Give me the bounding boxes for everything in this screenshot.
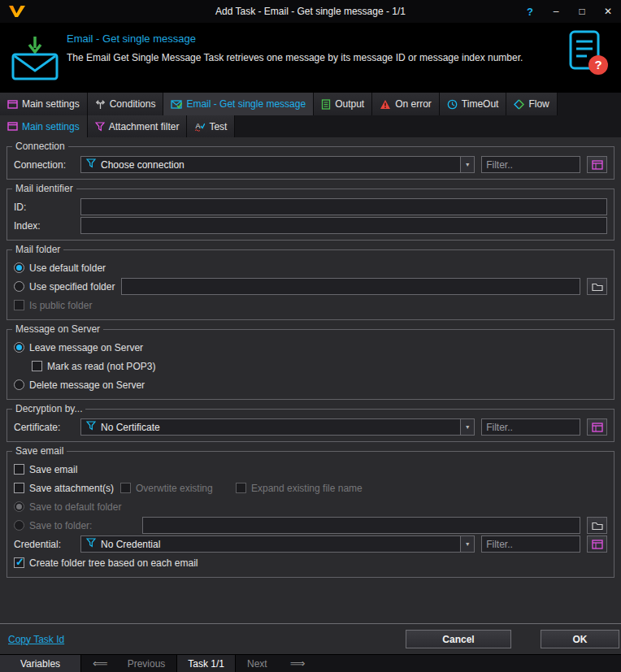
group-title: Decryption by...: [12, 403, 85, 414]
copy-task-id-link[interactable]: Copy Task Id: [8, 634, 64, 645]
group-decryption: Decryption by... Certificate: No Certifi…: [7, 409, 614, 442]
id-row: ID:: [14, 198, 607, 215]
tab-on-error[interactable]: On error: [372, 93, 440, 115]
browse-save-folder-button[interactable]: [587, 517, 607, 534]
subtab-test[interactable]: A Test: [187, 115, 235, 137]
next-arrow-icon[interactable]: ⟹: [282, 655, 314, 672]
credential-dropdown[interactable]: No Credential ▼: [80, 535, 475, 553]
tab-label: Attachment filter: [109, 121, 180, 132]
task-header: Email - Get single message The Email Get…: [0, 23, 621, 93]
task-page-tab[interactable]: Task 1/1: [176, 655, 236, 672]
overwrite-existing-checkbox: [120, 483, 131, 493]
tab-timeout[interactable]: TimeOut: [440, 93, 507, 115]
minimize-button[interactable]: –: [543, 0, 569, 23]
maximize-button[interactable]: □: [569, 0, 595, 23]
tab-bar-filler: [558, 93, 621, 115]
index-input[interactable]: [80, 217, 607, 234]
create-folder-tree-checkbox[interactable]: [14, 557, 24, 568]
svg-text:A: A: [196, 122, 201, 130]
expand-existing-label: Expand existing file name: [251, 483, 363, 494]
funnel-cyan-icon: [86, 421, 96, 433]
id-input[interactable]: [80, 198, 607, 215]
connection-filter-input[interactable]: [481, 156, 580, 173]
group-title: Mail folder: [12, 244, 63, 255]
clock-icon: [447, 99, 458, 110]
expand-existing-checkbox: [236, 483, 246, 493]
save-to-folder-option: Save to folder:: [14, 520, 142, 531]
group-title: Connection: [12, 141, 68, 152]
save-email-checkbox[interactable]: [14, 464, 24, 475]
credential-label: Credential:: [14, 539, 80, 550]
window-controls: ? – □ ✕: [517, 0, 621, 23]
tab-main-settings[interactable]: Main settings: [0, 93, 88, 115]
next-button[interactable]: Next: [236, 655, 279, 672]
use-specified-folder-option: Use specified folder: [14, 281, 121, 293]
dialog-footer: Copy Task Id Cancel OK: [0, 623, 621, 654]
certificate-row: Certificate: No Certificate ▼: [14, 418, 607, 436]
previous-arrow-icon[interactable]: ⟸: [85, 655, 116, 672]
tab-label: Flow: [528, 98, 549, 110]
previous-button[interactable]: Previous: [116, 655, 177, 672]
delete-message-radio[interactable]: [14, 379, 24, 390]
group-message-on-server: Message on Server Leave message on Serve…: [7, 329, 614, 400]
save-attachments-option: Save attachment(s): [14, 483, 120, 494]
manage-connections-button[interactable]: [587, 156, 607, 173]
spellcheck-test-icon: A: [194, 121, 205, 132]
flow-diamond-icon: [514, 99, 524, 110]
save-attachments-label: Save attachment(s): [29, 483, 114, 494]
svg-text:?: ?: [594, 58, 601, 72]
save-default-folder-radio: [14, 501, 24, 512]
manage-credentials-button[interactable]: [587, 535, 607, 553]
email-check-icon: [171, 99, 182, 110]
save-to-folder-radio: [14, 520, 24, 531]
group-title: Mail identifier: [12, 183, 76, 194]
main-content: Connection Connection: Choose connection…: [0, 137, 621, 623]
chevron-down-icon: ▼: [460, 157, 474, 172]
task-description: The Email Get Single Message Task retrie…: [67, 52, 523, 63]
mark-as-read-checkbox[interactable]: [32, 361, 42, 371]
certificate-filter-input[interactable]: [481, 418, 580, 436]
save-folder-input[interactable]: [142, 517, 580, 534]
window-form-icon: [7, 99, 18, 110]
close-button[interactable]: ✕: [595, 0, 621, 23]
save-attachments-checkbox[interactable]: [14, 483, 24, 493]
certificate-dropdown[interactable]: No Certificate ▼: [80, 418, 475, 436]
create-folder-tree-row: Create folder tree based on each email: [14, 554, 607, 571]
save-attachments-row: Save attachment(s) Overwtite existing Ex…: [14, 479, 607, 496]
subtab-main-settings[interactable]: Main settings: [0, 115, 88, 137]
subtab-attachment-filter[interactable]: Attachment filter: [88, 115, 188, 137]
credential-row: Credential: No Credential ▼: [14, 535, 607, 553]
output-document-icon: [321, 99, 331, 110]
tab-label: Main settings: [22, 121, 80, 132]
window-form-icon: [7, 121, 18, 132]
connection-label: Connection:: [14, 159, 80, 171]
specified-folder-input[interactable]: [121, 278, 580, 295]
delete-message-row: Delete message on Server: [14, 376, 607, 393]
leave-message-radio[interactable]: [14, 342, 24, 353]
group-mail-identifier: Mail identifier ID: Index:: [7, 189, 614, 241]
branch-icon: [95, 99, 106, 110]
use-specified-folder-radio[interactable]: [14, 281, 24, 292]
save-default-folder-label: Save to default folder: [29, 501, 121, 513]
header-text: Email - Get single message The Email Get…: [67, 29, 523, 88]
variables-button[interactable]: Variables: [0, 655, 81, 672]
funnel-cyan-icon: [86, 158, 96, 171]
tab-output[interactable]: Output: [314, 93, 372, 115]
manage-certificates-button[interactable]: [587, 418, 607, 436]
browse-folder-button[interactable]: [587, 278, 607, 295]
ok-button[interactable]: OK: [541, 630, 619, 648]
status-bar: Variables ⟸ Previous Task 1/1 Next ⟹: [0, 654, 621, 672]
credential-filter-input[interactable]: [481, 535, 580, 553]
primary-tab-bar: Main settings Conditions Email - Get sin…: [0, 93, 621, 115]
use-default-folder-radio[interactable]: [14, 262, 24, 273]
help-button[interactable]: ?: [517, 0, 543, 23]
tab-conditions[interactable]: Conditions: [88, 93, 164, 115]
connection-dropdown[interactable]: Choose connection ▼: [80, 156, 475, 173]
cancel-button[interactable]: Cancel: [406, 630, 511, 648]
secondary-tab-bar: Main settings Attachment filter A Test: [0, 115, 621, 137]
visualcron-logo-icon: [0, 5, 34, 18]
tab-flow[interactable]: Flow: [506, 93, 557, 115]
delete-message-label: Delete message on Server: [29, 379, 145, 391]
tab-email-get-single-message[interactable]: Email - Get single message: [163, 93, 314, 115]
is-public-folder-row: Is public folder: [14, 297, 607, 314]
